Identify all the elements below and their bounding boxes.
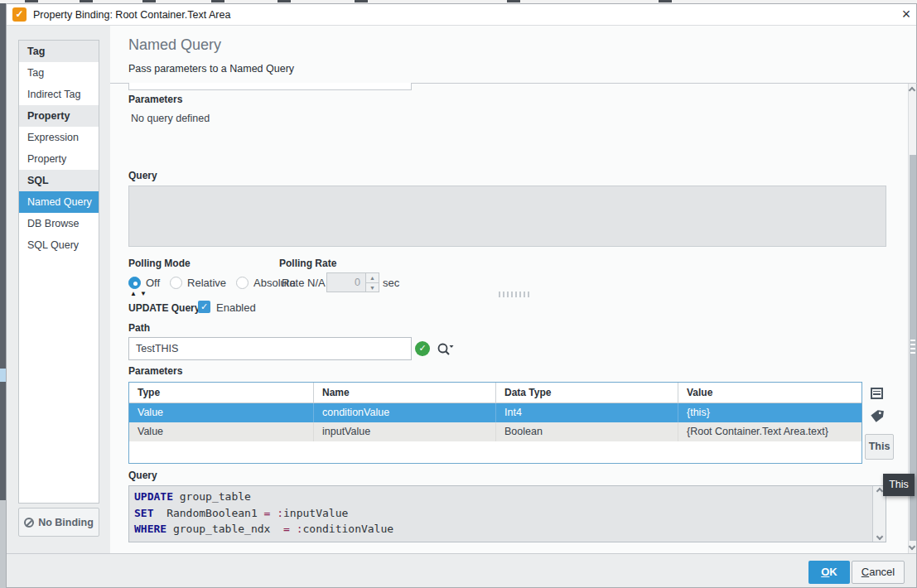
page-title: Named Query	[128, 36, 221, 54]
polling-rate-input[interactable]: 0	[326, 272, 366, 292]
table-header-row: TypeNameData TypeValue	[129, 383, 861, 403]
column-header-name[interactable]: Name	[314, 383, 496, 402]
table-cell: Int4	[496, 403, 678, 422]
browse-query-icon[interactable]	[436, 340, 456, 359]
sql-line: UPDATE group_table	[134, 489, 393, 505]
polling-mode-label: Polling Mode	[128, 258, 191, 269]
query-label-bottom: Query	[128, 470, 157, 481]
table-row[interactable]: ValueconditionValueInt4{this}	[129, 403, 861, 422]
splitter-arrows-icon[interactable]: ▲▼	[130, 290, 150, 297]
radio-option-off[interactable]: Off	[128, 277, 160, 289]
column-header-value[interactable]: Value	[678, 383, 861, 402]
parameters-label: Parameters	[128, 94, 182, 105]
sidebar-item-indirect-tag[interactable]: Indirect Tag	[19, 84, 99, 105]
radio-label: Relative	[187, 277, 226, 289]
table-body: ValueconditionValueInt4{this}ValueinputV…	[129, 403, 861, 441]
scrollbar-grip-icon	[910, 340, 915, 356]
table-cell: Boolean	[496, 422, 678, 441]
sidebar-item-sql-query[interactable]: SQL Query	[19, 234, 99, 256]
path-valid-icon: ✓	[415, 341, 430, 356]
dialog-title: Property Binding: Root Container.Text Ar…	[33, 9, 230, 21]
sidebar-item-property[interactable]: Property	[19, 148, 99, 170]
cancel-button[interactable]: Cancel	[852, 561, 905, 584]
binding-type-sidebar: TagTagIndirect TagPropertyExpressionProp…	[18, 40, 99, 504]
radio-circle-icon[interactable]	[128, 277, 141, 289]
table-cell: Value	[129, 422, 314, 441]
scrollbar-down-icon[interactable]	[909, 543, 915, 550]
sidebar-item-named-query[interactable]: Named Query	[19, 191, 99, 213]
sidebar-item-expression[interactable]: Expression	[19, 127, 99, 148]
scroll-up-icon[interactable]	[876, 488, 882, 494]
tag-icon[interactable]	[869, 409, 884, 427]
edit-list-icon[interactable]	[871, 388, 883, 399]
update-query-label: UPDATE Query	[128, 302, 200, 314]
no-binding-icon	[24, 518, 34, 528]
background-fragment	[0, 369, 6, 382]
enabled-label: Enabled	[216, 301, 256, 314]
radio-label: Off	[146, 277, 160, 289]
column-header-type[interactable]: Type	[129, 383, 314, 402]
parameters-table-label: Parameters	[128, 365, 182, 377]
stepper-up-icon[interactable]: ▲	[366, 273, 379, 282]
no-binding-button[interactable]: No Binding	[18, 508, 99, 537]
table-cell: {this}	[678, 403, 861, 422]
path-input[interactable]: TestTHIS	[128, 337, 412, 360]
this-button[interactable]: This	[865, 434, 894, 460]
radio-circle-icon[interactable]	[236, 277, 249, 289]
this-tooltip: This	[883, 474, 915, 496]
query-preview-area	[128, 186, 886, 247]
no-binding-label: No Binding	[38, 517, 94, 528]
ok-button[interactable]: OK	[808, 561, 850, 584]
sidebar-item-tag: Tag	[19, 41, 99, 62]
path-label: Path	[128, 322, 150, 334]
enabled-checkbox[interactable]: ✓	[198, 301, 210, 313]
query-label-top: Query	[128, 170, 157, 181]
property-binding-dialog-screen: ✓ Property Binding: Root Container.Text …	[0, 0, 917, 588]
polling-rate-label: Polling Rate	[279, 258, 336, 269]
table-row[interactable]: ValueinputValueBoolean{Root Container.Te…	[129, 422, 861, 441]
sql-code[interactable]: UPDATE group_tableSET RandomBoolean1 = :…	[134, 489, 393, 537]
rate-na-label: Rate N/A	[282, 277, 326, 289]
table-cell: Value	[129, 403, 314, 422]
splitter-grip-icon[interactable]	[499, 292, 530, 297]
sql-line: SET RandomBoolean1 = :inputValue	[134, 505, 393, 522]
table-cell: {Root Container.Text Area.text}	[678, 422, 861, 441]
background-fragment	[0, 500, 6, 588]
stepper-down-icon[interactable]: ▼	[366, 282, 379, 292]
polling-rate-stepper[interactable]: ▲ ▼	[366, 272, 379, 292]
sidebar-item-tag[interactable]: Tag	[19, 62, 99, 84]
radio-option-relative[interactable]: Relative	[170, 277, 226, 289]
polling-mode-radio-group: OffRelativeAbsolute	[128, 274, 306, 291]
sidebar-item-db-browse[interactable]: DB Browse	[19, 213, 99, 234]
scroll-down-icon[interactable]	[876, 533, 882, 540]
clipped-input-field[interactable]	[128, 83, 412, 90]
no-query-defined-text: No query defined	[131, 113, 210, 124]
sql-line: WHERE group_table_ndx = :conditionValue	[134, 521, 393, 537]
footer-bar	[7, 554, 916, 587]
parameters-table: TypeNameData TypeValue ValueconditionVal…	[128, 382, 862, 464]
column-header-data-type[interactable]: Data Type	[496, 383, 678, 402]
sidebar-item-property: Property	[19, 105, 99, 127]
table-cell: conditionValue	[314, 403, 496, 422]
scrollbar-up-icon[interactable]	[909, 87, 915, 94]
sidebar-item-sql: SQL	[19, 170, 99, 191]
close-icon[interactable]: ×	[896, 4, 916, 24]
page-subtitle: Pass parameters to a Named Query	[128, 63, 294, 75]
binding-dialog-icon: ✓	[12, 7, 27, 22]
table-cell: inputValue	[314, 422, 496, 441]
sec-unit-label: sec	[383, 277, 399, 289]
radio-circle-icon[interactable]	[170, 277, 182, 289]
